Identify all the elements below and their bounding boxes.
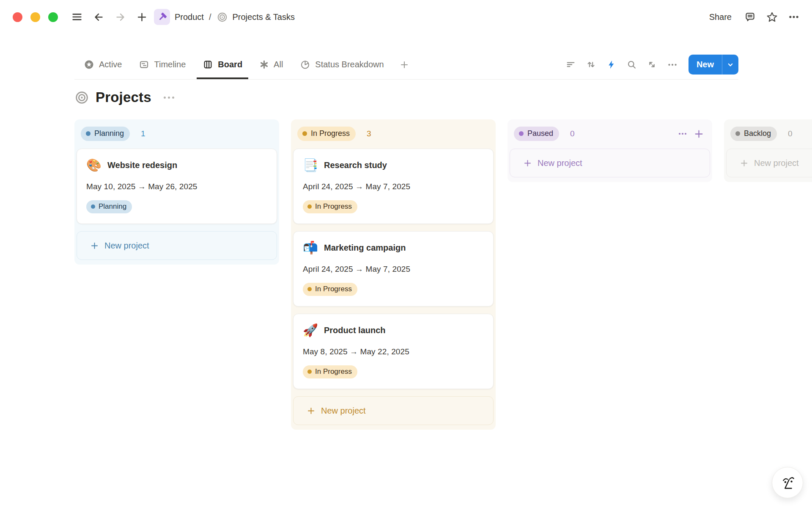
more-icon	[667, 59, 678, 70]
status-dot-icon	[519, 131, 524, 136]
status-badge[interactable]: Paused	[514, 127, 559, 141]
status-badge[interactable]: Backlog	[730, 127, 777, 141]
minimize-window-button[interactable]	[30, 12, 40, 22]
breadcrumb-item-page[interactable]: Projects & Tasks	[233, 12, 295, 22]
bookmark-tabs-emoji-icon: 📑	[303, 157, 317, 173]
column-add-card-button[interactable]	[691, 127, 706, 141]
card-date-range: May 8, 2025 → May 22, 2025	[303, 347, 484, 356]
status-badge[interactable]: Planning	[81, 127, 130, 141]
comments-button[interactable]	[742, 9, 758, 25]
page-header: Projects	[74, 86, 812, 109]
tab-label: Board	[218, 60, 242, 69]
status-badge: In Progress	[303, 365, 357, 378]
new-project-button[interactable]: New project	[510, 149, 710, 177]
column-header: Planning 1	[77, 121, 277, 149]
arrow-right-icon	[115, 11, 126, 23]
more-options-button[interactable]	[786, 9, 802, 25]
new-project-button[interactable]: New project	[77, 231, 277, 260]
tab-status-breakdown[interactable]: Status Breakdown	[294, 50, 390, 79]
view-options-button[interactable]	[664, 56, 681, 73]
board-column-paused: Paused 0 New project	[508, 119, 712, 182]
new-project-button[interactable]: New project	[293, 396, 494, 425]
tab-active[interactable]: Active	[78, 50, 128, 79]
column-count: 1	[141, 129, 145, 138]
column-count: 0	[570, 129, 575, 138]
close-window-button[interactable]	[13, 12, 22, 22]
expand-button[interactable]	[644, 56, 661, 73]
mailbox-emoji-icon: 📬	[303, 240, 317, 255]
card-title: Website redesign	[107, 160, 177, 170]
tab-all[interactable]: All	[253, 50, 289, 79]
share-button[interactable]: Share	[705, 10, 736, 25]
new-dropdown-button[interactable]	[722, 55, 738, 75]
plus-icon	[694, 129, 704, 139]
back-button[interactable]	[91, 9, 107, 25]
expand-icon	[647, 59, 657, 70]
rocket-emoji-icon: 🚀	[303, 323, 317, 338]
new-project-label: New project	[104, 241, 149, 251]
plus-icon	[740, 159, 749, 168]
status-label: Planning	[99, 202, 126, 211]
new-project-button[interactable]: New project	[726, 149, 812, 177]
new-button[interactable]: New	[689, 55, 722, 75]
lightning-icon	[606, 59, 617, 70]
page-title-menu-button[interactable]	[162, 93, 176, 102]
column-header: Paused 0	[510, 121, 710, 149]
new-page-button[interactable]	[134, 9, 150, 25]
kanban-board: Planning 1 🎨 Website redesign May 10, 20…	[74, 119, 812, 430]
project-card-research-study[interactable]: 📑 Research study April 24, 2025 → May 7,…	[293, 149, 494, 224]
column-count: 0	[788, 129, 793, 138]
breadcrumb-item-product[interactable]: Product	[175, 12, 204, 22]
page-title: Projects	[96, 89, 151, 105]
plus-icon	[90, 241, 99, 250]
tab-board[interactable]: Board	[197, 50, 248, 79]
card-date-range: April 24, 2025 → May 7, 2025	[303, 182, 484, 191]
status-label: In Progress	[315, 285, 352, 293]
status-label: In Progress	[311, 129, 350, 138]
project-card-marketing-campaign[interactable]: 📬 Marketing campaign April 24, 2025 → Ma…	[293, 231, 494, 306]
sidebar-toggle-button[interactable]	[69, 9, 85, 25]
add-view-button[interactable]	[396, 56, 413, 73]
hammer-icon[interactable]	[154, 9, 170, 25]
star-circle-icon	[84, 59, 94, 70]
project-card-website-redesign[interactable]: 🎨 Website redesign May 10, 2025 → May 26…	[77, 149, 277, 224]
status-dot-icon	[91, 204, 95, 209]
sort-button[interactable]	[583, 56, 600, 73]
plus-icon	[399, 60, 409, 70]
plus-icon	[307, 406, 315, 415]
status-badge: In Progress	[303, 200, 357, 213]
status-dot-icon	[307, 287, 312, 291]
search-view-button[interactable]	[623, 56, 640, 73]
tab-label: Status Breakdown	[315, 60, 384, 69]
status-label: In Progress	[315, 202, 352, 211]
zoom-window-button[interactable]	[48, 12, 58, 22]
board-column-backlog: Backlog 0 New project	[724, 119, 812, 182]
status-dot-icon	[302, 131, 307, 136]
new-project-label: New project	[754, 158, 799, 168]
status-dot-icon	[307, 370, 312, 374]
column-count: 3	[367, 129, 371, 138]
forward-button[interactable]	[112, 9, 128, 25]
column-header: Backlog 0	[726, 121, 812, 149]
assistant-face-button[interactable]	[772, 467, 803, 498]
status-dot-icon	[307, 204, 312, 209]
automations-button[interactable]	[603, 56, 620, 73]
comment-icon	[744, 11, 756, 23]
sort-icon	[586, 59, 596, 70]
status-label: In Progress	[315, 367, 352, 376]
tab-label: Timeline	[154, 60, 186, 69]
palette-emoji-icon: 🎨	[86, 157, 100, 173]
status-dot-icon	[86, 131, 91, 136]
status-label: Planning	[94, 129, 124, 138]
filter-button[interactable]	[562, 56, 579, 73]
breadcrumb-separator: /	[208, 12, 212, 22]
project-card-product-launch[interactable]: 🚀 Product launch May 8, 2025 → May 22, 2…	[293, 314, 494, 389]
status-badge: Planning	[86, 200, 132, 213]
tab-timeline[interactable]: Timeline	[133, 50, 192, 79]
column-options-button[interactable]	[675, 127, 690, 141]
status-badge[interactable]: In Progress	[297, 127, 356, 141]
target-icon	[74, 90, 89, 105]
hamburger-icon	[71, 11, 83, 23]
status-dot-icon	[735, 131, 740, 136]
favorite-button[interactable]	[764, 9, 780, 25]
